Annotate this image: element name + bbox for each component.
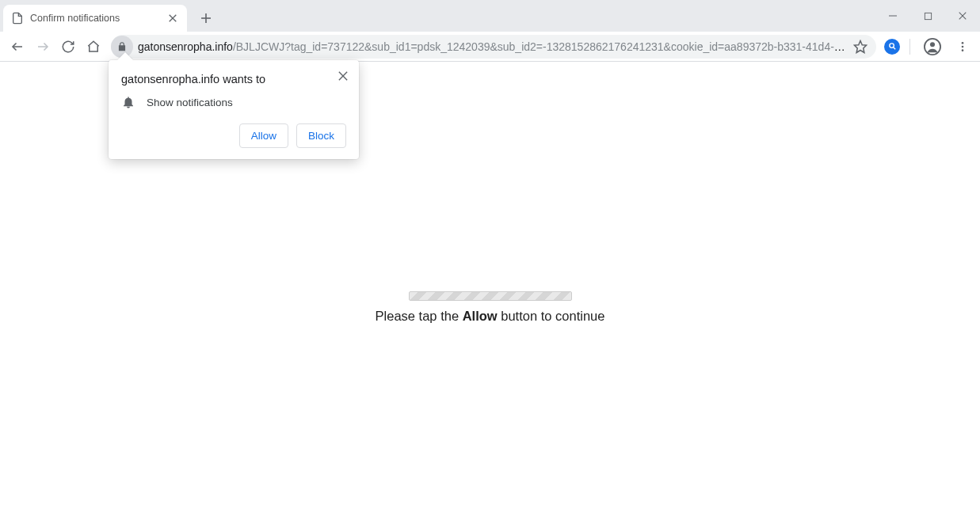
home-button[interactable] — [81, 35, 106, 59]
block-button[interactable]: Block — [296, 123, 346, 148]
forward-button[interactable] — [30, 35, 55, 59]
allow-button[interactable]: Allow — [239, 123, 288, 148]
permission-row: Show notifications — [121, 95, 346, 109]
notification-permission-prompt: gatonsenropha.info wants to Show notific… — [109, 60, 359, 159]
file-icon — [11, 12, 24, 25]
svg-point-14 — [930, 42, 935, 47]
kebab-menu-icon[interactable] — [950, 35, 975, 59]
url-path: /BJLJCWJ?tag_id=737122&sub_id1=pdsk_1242… — [233, 40, 849, 53]
bookmark-star-icon[interactable] — [849, 40, 871, 54]
svg-point-11 — [889, 44, 894, 48]
tab-close-icon[interactable] — [166, 12, 179, 25]
browser-tab[interactable]: Confirm notifications — [3, 5, 187, 32]
back-button[interactable] — [5, 35, 30, 59]
svg-point-17 — [962, 49, 964, 51]
window-close-button[interactable] — [945, 4, 980, 28]
tab-title: Confirm notifications — [30, 13, 166, 24]
svg-point-16 — [962, 45, 964, 47]
permission-label: Show notifications — [147, 97, 233, 108]
permission-title: gatonsenropha.info wants to — [121, 73, 346, 85]
window-controls — [875, 0, 980, 32]
address-bar[interactable]: gatonsenropha.info/BJLJCWJ?tag_id=737122… — [111, 35, 876, 59]
tab-strip: Confirm notifications — [0, 0, 980, 32]
toolbar-divider — [909, 39, 910, 55]
profile-avatar-icon[interactable] — [920, 35, 945, 59]
svg-line-12 — [893, 47, 895, 50]
extension-search-icon[interactable] — [884, 39, 900, 55]
url-text: gatonsenropha.info/BJLJCWJ?tag_id=737122… — [138, 40, 849, 53]
svg-rect-5 — [925, 13, 931, 19]
bell-icon — [121, 95, 135, 109]
close-icon[interactable] — [335, 68, 351, 84]
permission-buttons: Allow Block — [121, 123, 346, 148]
instruction-bold: Allow — [463, 309, 498, 323]
page-instruction: Please tap the Allow button to continue — [376, 309, 605, 324]
toolbar-right — [884, 35, 975, 59]
instruction-suffix: button to continue — [498, 309, 605, 323]
window-minimize-button[interactable] — [875, 4, 910, 28]
new-tab-button[interactable] — [195, 7, 217, 29]
instruction-prefix: Please tap the — [376, 309, 463, 323]
svg-point-15 — [962, 42, 964, 44]
progress-bar — [409, 291, 572, 301]
reload-button[interactable] — [55, 35, 81, 59]
svg-marker-10 — [855, 40, 867, 52]
window-maximize-button[interactable] — [910, 4, 945, 28]
browser-toolbar: gatonsenropha.info/BJLJCWJ?tag_id=737122… — [0, 32, 980, 62]
url-host: gatonsenropha.info — [138, 40, 233, 53]
